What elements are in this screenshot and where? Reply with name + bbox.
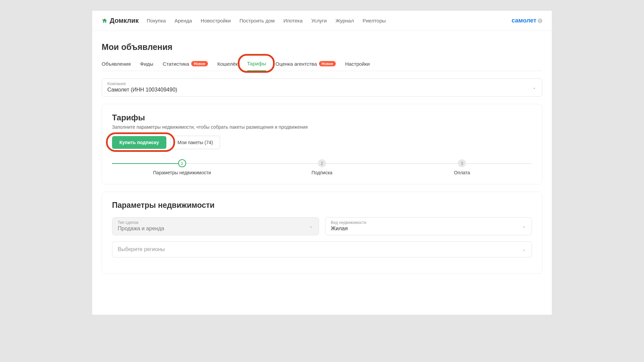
logo-icon	[102, 18, 108, 24]
property-type-label: Вид недвижимости	[331, 220, 526, 225]
nav-mortgage[interactable]: Ипотека	[283, 18, 303, 23]
company-select[interactable]: Компания Самолет (ИНН 1003409490) ⌄	[102, 78, 542, 97]
nav-links: Покупка Аренда Новостройки Построить дом…	[147, 18, 504, 23]
tab-wallet[interactable]: Кошелёк	[217, 59, 238, 71]
step-label: Подписка	[252, 170, 392, 175]
region-select[interactable]: Выберите регионы ⌄	[112, 241, 532, 257]
step-label: Оплата	[392, 170, 532, 175]
step-circle: 1	[178, 159, 186, 167]
chevron-down-icon: ⌄	[522, 247, 526, 252]
chevron-down-icon: ⌄	[522, 224, 526, 229]
buy-subscription-button[interactable]: Купить подписку	[112, 136, 166, 149]
tab-feeds[interactable]: Фиды	[140, 59, 153, 71]
nav-realtors[interactable]: Риелторы	[363, 18, 386, 23]
step-circle: 2	[318, 159, 326, 167]
deal-type-select[interactable]: Тип сделок Продажа и аренда ⌄	[112, 217, 319, 235]
tab-settings[interactable]: Настройки	[345, 59, 370, 71]
params-row-1: Тип сделок Продажа и аренда ⌄ Вид недвиж…	[112, 217, 532, 235]
step-2[interactable]: 2 Подписка	[252, 159, 392, 175]
tab-tariffs[interactable]: Тарифы	[247, 59, 266, 71]
content: Мои объявления Объявления Фиды Статистик…	[92, 31, 552, 295]
property-type-value: Жилая	[331, 226, 526, 232]
deal-type-label: Тип сделок	[118, 220, 313, 225]
property-type-select[interactable]: Вид недвижимости Жилая ⌄	[325, 217, 532, 235]
params-title: Параметры недвижимости	[112, 201, 532, 210]
nav-newbuild[interactable]: Новостройки	[201, 18, 231, 23]
chevron-down-icon: ⌄	[533, 85, 536, 90]
logo[interactable]: Домклик	[102, 17, 139, 24]
nav-purchase[interactable]: Покупка	[147, 18, 166, 23]
deal-type-value: Продажа и аренда	[118, 226, 313, 232]
tariffs-desc: Заполните параметры недвижимости, чтобы …	[112, 124, 532, 130]
page-title: Мои объявления	[102, 42, 542, 52]
tab-statistics[interactable]: Статистика Новое	[163, 59, 208, 71]
tab-listings[interactable]: Объявления	[102, 59, 131, 71]
step-3[interactable]: 3 Оплата	[392, 159, 532, 175]
company-select-label: Компания	[107, 81, 537, 86]
step-1[interactable]: 1 Параметры недвижимости	[112, 159, 252, 175]
badge-new: Новое	[319, 61, 336, 66]
top-navbar: Домклик Покупка Аренда Новостройки Постр…	[92, 11, 552, 31]
region-placeholder: Выберите регионы	[118, 246, 526, 252]
chevron-down-icon: ⌄	[309, 224, 313, 229]
params-card: Параметры недвижимости Тип сделок Продаж…	[102, 192, 542, 274]
nav-services[interactable]: Услуги	[311, 18, 327, 23]
tab-agency-rating[interactable]: Оценка агентства Новое	[275, 59, 336, 71]
nav-rent[interactable]: Аренда	[174, 18, 192, 23]
brand-right[interactable]: самолет i	[512, 17, 542, 24]
my-packages-button[interactable]: Мои пакеты (74)	[170, 136, 220, 149]
nav-journal[interactable]: Журнал	[335, 18, 354, 23]
step-label: Параметры недвижимости	[112, 170, 252, 175]
badge-new: Новое	[191, 61, 208, 66]
nav-build-house[interactable]: Построить дом	[239, 18, 275, 23]
tabs: Объявления Фиды Статистика Новое Кошелёк…	[102, 59, 542, 71]
brand-right-text: самолет	[512, 17, 536, 24]
logo-text: Домклик	[110, 17, 139, 24]
page-wrap: Домклик Покупка Аренда Новостройки Постр…	[92, 11, 552, 315]
tariffs-title: Тарифы	[112, 113, 532, 122]
tariffs-card: Тарифы Заполните параметры недвижимости,…	[102, 104, 542, 184]
stepper: 1 Параметры недвижимости 2 Подписка 3 Оп…	[112, 159, 532, 175]
company-select-value: Самолет (ИНН 1003409490)	[107, 87, 537, 93]
tariffs-button-row: Купить подписку Мои пакеты (74)	[112, 136, 532, 149]
footer-spacer	[92, 295, 552, 315]
info-icon: i	[538, 18, 542, 23]
step-circle: 3	[458, 159, 466, 167]
